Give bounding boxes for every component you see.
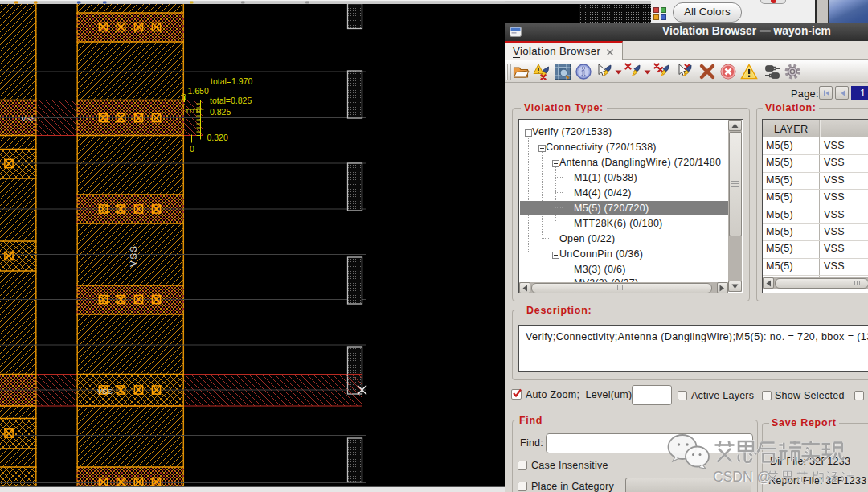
- svg-text:0.320: 0.320: [207, 133, 228, 142]
- svg-text:1.650: 1.650: [188, 86, 209, 96]
- svg-text:VSS: VSS: [21, 114, 36, 123]
- svg-text:VSS: VSS: [97, 387, 113, 396]
- svg-text:VSS: VSS: [129, 244, 138, 267]
- svg-text:CSDN @: CSDN @: [713, 469, 771, 485]
- svg-text:total=0.825: total=0.825: [210, 96, 252, 105]
- svg-text:total=1.970: total=1.970: [211, 76, 252, 86]
- svg-text:0.825: 0.825: [210, 107, 231, 117]
- svg-text:0: 0: [190, 144, 194, 154]
